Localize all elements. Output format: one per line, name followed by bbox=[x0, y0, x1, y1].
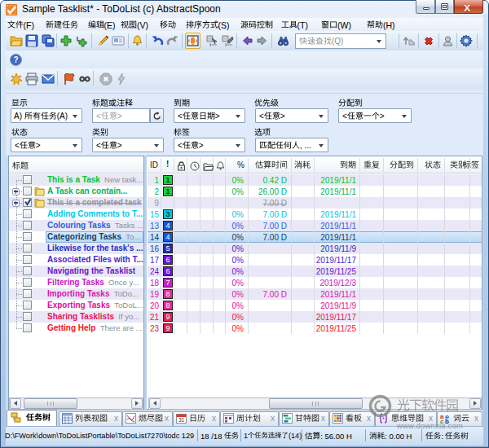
svg-text:31: 31 bbox=[178, 417, 185, 423]
svg-text:?: ? bbox=[13, 55, 18, 64]
